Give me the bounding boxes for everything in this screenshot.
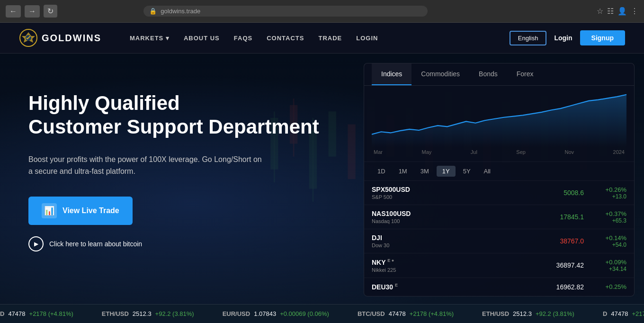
market-price: 17845.1 <box>537 213 584 221</box>
tab-commodities[interactable]: Commodities <box>411 63 469 85</box>
extensions-icon[interactable]: ☷ <box>607 7 614 16</box>
ticker-bar: D 47478 +2178 (+4.81%) ETH/USD 2512.3 +9… <box>0 304 644 323</box>
browser-chrome: ← → ↻ 🔒 goldwins.trade ☆ ☷ 👤 ⋮ <box>0 0 644 23</box>
ticker-item: BTC/USD 47478 +2178 (+4.81%) <box>358 310 454 317</box>
browser-icons: ☆ ☷ 👤 ⋮ <box>597 7 638 16</box>
logo-icon <box>19 28 38 47</box>
market-price: 38767.0 <box>537 237 584 245</box>
filter-all[interactable]: All <box>478 166 496 177</box>
market-name: Nikkei 225 <box>372 267 537 273</box>
market-price: 36897.42 <box>537 261 584 269</box>
filter-1y[interactable]: 1Y <box>437 166 456 177</box>
nav-links: MARKETS ABOUT US FAQS CONTACTS TRADE LOG… <box>130 35 510 42</box>
market-symbol: DJI <box>372 234 537 242</box>
navbar: GOLDWINS MARKETS ABOUT US FAQS CONTACTS … <box>0 23 644 54</box>
market-tabs: Indices Commodities Bonds Forex <box>364 63 634 86</box>
market-price: 16962.82 <box>537 283 584 291</box>
market-row-dji[interactable]: DJI Dow 30 38767.0 +0.14% +54.0 <box>364 229 634 253</box>
market-widget: Indices Commodities Bonds Forex <box>364 63 635 296</box>
ticker-item: EUR/USD 1.07843 +0.00069 (0.06%) <box>223 310 329 317</box>
market-panel: Indices Commodities Bonds Forex <box>354 54 644 304</box>
trade-nav-link[interactable]: TRADE <box>318 35 342 42</box>
menu-icon[interactable]: ⋮ <box>631 7 638 16</box>
market-info-deu: DEU30 E <box>372 283 537 292</box>
ticker-item: D 47478 +2178 (+4.81%) <box>0 310 73 317</box>
markets-nav-link[interactable]: MARKETS <box>130 35 170 42</box>
market-info-dji: DJI Dow 30 <box>372 234 537 248</box>
hero-subtitle: Boost your profits with the power of 100… <box>28 153 265 178</box>
view-live-trade-button[interactable]: 📊 View Live Trade <box>28 197 133 225</box>
forward-button[interactable]: → <box>25 5 40 18</box>
market-row-nas[interactable]: NAS100USD Nasdaq 100 17845.1 +0.37% +65.… <box>364 205 634 229</box>
market-change: +0.14% +54.0 <box>584 234 626 248</box>
market-info-nky: NKY E ● Nikkei 225 <box>372 258 537 273</box>
about-nav-link[interactable]: ABOUT US <box>184 35 220 42</box>
reload-button[interactable]: ↻ <box>44 5 57 18</box>
star-icon[interactable]: ☆ <box>597 7 603 16</box>
tab-forex[interactable]: Forex <box>507 63 543 85</box>
ticker-item: ETH/USD 2512.3 +92.2 (3.81%) <box>482 310 574 317</box>
market-change: +0.25% <box>584 283 626 290</box>
back-button[interactable]: ← <box>6 5 21 18</box>
time-filters: 1D 1M 3M 1Y 5Y All <box>364 162 634 180</box>
market-row-spx[interactable]: SPX500USD S&P 500 5008.6 +0.26% +13.0 <box>364 180 634 205</box>
login-nav-link[interactable]: LOGIN <box>356 35 378 42</box>
market-info-spx: SPX500USD S&P 500 <box>372 186 537 200</box>
faqs-nav-link[interactable]: FAQS <box>234 35 252 42</box>
filter-3m[interactable]: 3M <box>415 166 435 177</box>
logo-text: GOLDWINS <box>42 33 101 44</box>
market-row-deu[interactable]: DEU30 E 16962.82 +0.25% <box>364 278 634 296</box>
market-symbol: NKY E ● <box>372 258 537 266</box>
play-icon: ▶ <box>28 236 44 251</box>
profile-icon[interactable]: 👤 <box>617 7 627 16</box>
chart-labels: Mar May Jul Sep Nov 2024 <box>372 149 626 155</box>
market-info-nas: NAS100USD Nasdaq 100 <box>372 210 537 224</box>
filter-1m[interactable]: 1M <box>393 166 413 177</box>
lock-icon: 🔒 <box>149 8 157 15</box>
market-symbol: NAS100USD <box>372 210 537 217</box>
logo[interactable]: GOLDWINS <box>19 28 101 47</box>
market-change: +0.37% +65.3 <box>584 210 626 224</box>
trade-btn-label: View Live Trade <box>63 206 119 215</box>
signup-button[interactable]: Signup <box>580 30 625 45</box>
ticker-item: ETH/USD 2512.3 +92.2 (3.81%) <box>102 310 194 317</box>
hero-content: Highly Qualified Customer Support Depart… <box>0 54 644 304</box>
price-chart <box>372 90 626 147</box>
trade-icon: 📊 <box>42 203 57 218</box>
market-name: Nasdaq 100 <box>372 218 537 224</box>
learn-btn-label: Click here to learn about bitcoin <box>49 240 142 248</box>
page: GOLDWINS MARKETS ABOUT US FAQS CONTACTS … <box>0 23 644 323</box>
learn-bitcoin-button[interactable]: ▶ Click here to learn about bitcoin <box>28 236 326 251</box>
address-bar[interactable]: 🔒 goldwins.trade <box>143 6 428 17</box>
ticker-item: D 47478 +2178 (+4.81%) <box>603 310 644 317</box>
market-name: Dow 30 <box>372 242 537 248</box>
tab-indices[interactable]: Indices <box>372 63 411 85</box>
hero-section: Highly Qualified Customer Support Depart… <box>0 54 644 304</box>
market-symbol: SPX500USD <box>372 186 537 193</box>
contacts-nav-link[interactable]: CONTACTS <box>267 35 304 42</box>
market-name: S&P 500 <box>372 194 537 200</box>
filter-5y[interactable]: 5Y <box>457 166 476 177</box>
filter-1d[interactable]: 1D <box>372 166 391 177</box>
chart-area: Mar May Jul Sep Nov 2024 <box>364 86 634 162</box>
language-button[interactable]: English <box>510 31 547 45</box>
login-button[interactable]: Login <box>554 34 572 42</box>
hero-left: Highly Qualified Customer Support Depart… <box>0 54 354 304</box>
ticker-track: D 47478 +2178 (+4.81%) ETH/USD 2512.3 +9… <box>0 310 644 317</box>
nav-right: English Login Signup <box>510 30 625 45</box>
hero-title: Highly Qualified Customer Support Depart… <box>28 91 326 139</box>
market-row-nky[interactable]: NKY E ● Nikkei 225 36897.42 +0.09% +34.1… <box>364 253 634 278</box>
market-symbol: DEU30 E <box>372 283 537 291</box>
market-price: 5008.6 <box>537 189 584 197</box>
market-change: +0.09% +34.14 <box>584 259 626 272</box>
market-change: +0.26% +13.0 <box>584 186 626 200</box>
tab-bonds[interactable]: Bonds <box>469 63 507 85</box>
url-text: goldwins.trade <box>161 8 200 15</box>
